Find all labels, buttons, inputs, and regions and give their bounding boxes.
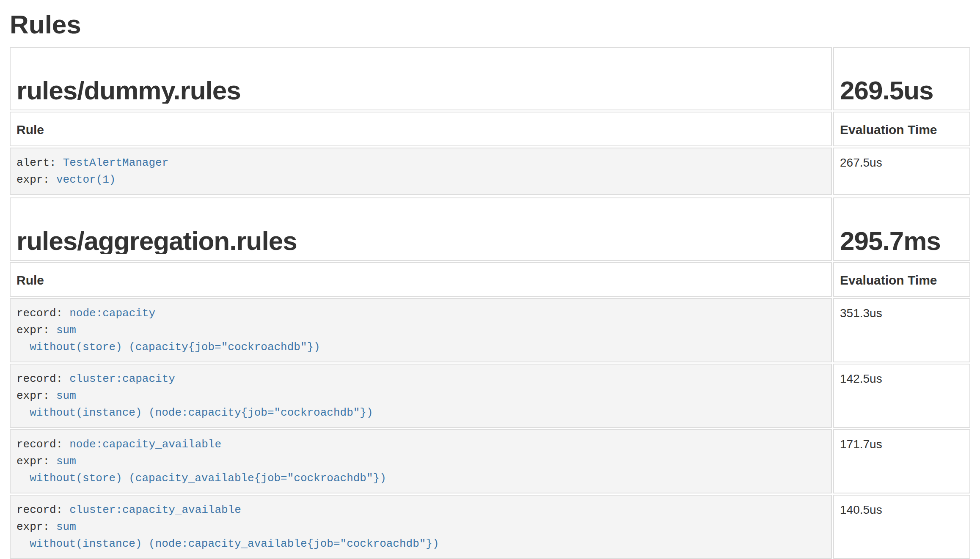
rule-keyword: record: — [17, 307, 63, 320]
rule-value-link[interactable]: without(store) (capacity{job="cockroachd… — [17, 341, 320, 353]
rule-definition-cell: record:cluster:capacity expr:sum without… — [10, 364, 832, 428]
rule-group-table-dummy: rules/dummy.rules 269.5us Rule Evaluatio… — [8, 46, 972, 196]
rule-value-link[interactable]: sum — [56, 324, 76, 337]
rule-evaluation-time: 267.5us — [833, 148, 970, 195]
rule-column-header: Rule — [10, 262, 832, 297]
evaluation-time-column-header: Evaluation Time — [833, 112, 970, 146]
rule-keyword: expr: — [17, 455, 50, 468]
rule-keyword: record: — [17, 438, 63, 451]
rule-value-link[interactable]: node:capacity_available — [69, 438, 221, 451]
rule-code-line: without(instance) (node:capacity_availab… — [17, 535, 825, 552]
rule-evaluation-time: 140.5us — [833, 495, 970, 559]
group-header-row: rules/aggregation.rules 295.7ms — [10, 197, 970, 261]
rule-definition-cell: record:node:capacity_available expr:sum … — [10, 429, 832, 493]
rule-code-line: alert:TestAlertManager — [17, 154, 825, 171]
rule-value-link[interactable]: cluster:capacity — [69, 373, 175, 385]
rule-group-name: rules/dummy.rules — [17, 77, 825, 104]
rule-value-link[interactable]: TestAlertManager — [63, 156, 169, 169]
column-header-row: Rule Evaluation Time — [10, 262, 970, 297]
rule-code-line: record:cluster:capacity_available — [17, 501, 825, 518]
rule-value-link[interactable]: without(instance) (node:capacity_availab… — [17, 537, 439, 550]
rule-code-line: expr:vector(1) — [17, 171, 825, 188]
rule-column-header: Rule — [10, 112, 832, 146]
rule-group-name: rules/aggregation.rules — [17, 228, 825, 254]
rule-keyword: expr: — [17, 521, 50, 533]
rule-definition-cell: record:node:capacity expr:sum without(st… — [10, 298, 832, 362]
rule-value-link[interactable]: vector(1) — [56, 173, 116, 186]
rule-group-table-aggregation: rules/aggregation.rules 295.7ms Rule Eva… — [8, 196, 972, 559]
rule-row: record:node:capacity_available expr:sum … — [10, 429, 970, 493]
rule-keyword: record: — [17, 504, 63, 516]
rule-value-link[interactable]: without(instance) (node:capacity{job="co… — [17, 406, 373, 419]
rule-code-line: record:cluster:capacity — [17, 370, 825, 387]
rule-code-line: expr:sum — [17, 387, 825, 404]
rule-code-line: record:node:capacity — [17, 305, 825, 322]
rule-row: record:node:capacity expr:sum without(st… — [10, 298, 970, 362]
rule-code-line: without(instance) (node:capacity{job="co… — [17, 404, 825, 421]
rule-value-link[interactable]: sum — [56, 389, 76, 402]
rule-group-evaluation-time: 295.7ms — [840, 228, 963, 254]
rule-keyword: expr: — [17, 324, 50, 337]
column-header-row: Rule Evaluation Time — [10, 112, 970, 146]
group-header-row: rules/dummy.rules 269.5us — [10, 47, 970, 110]
rule-keyword: alert: — [17, 156, 56, 169]
rule-code-line: expr:sum — [17, 518, 825, 535]
evaluation-time-column-header: Evaluation Time — [833, 262, 970, 297]
rule-code-line: expr:sum — [17, 322, 825, 339]
rule-row: record:cluster:capacity expr:sum without… — [10, 364, 970, 428]
rule-code-line: without(store) (capacity{job="cockroachd… — [17, 339, 825, 356]
rule-code-line: expr:sum — [17, 453, 825, 470]
rule-definition-cell: alert:TestAlertManager expr:vector(1) — [10, 148, 832, 195]
rule-value-link[interactable]: cluster:capacity_available — [69, 504, 241, 516]
rule-value-link[interactable]: node:capacity — [69, 307, 155, 320]
rule-value-link[interactable]: sum — [56, 455, 76, 468]
rule-keyword: expr: — [17, 173, 50, 186]
rule-group-evaluation-time: 269.5us — [840, 77, 963, 104]
rule-evaluation-time: 171.7us — [833, 429, 970, 493]
rule-value-link[interactable]: without(store) (capacity_available{job="… — [17, 472, 386, 485]
rule-row: record:cluster:capacity_available expr:s… — [10, 495, 970, 559]
rule-evaluation-time: 142.5us — [833, 364, 970, 428]
rule-evaluation-time: 351.3us — [833, 298, 970, 362]
rule-keyword: record: — [17, 373, 63, 385]
page-title: Rules — [10, 10, 980, 39]
rule-code-line: record:node:capacity_available — [17, 436, 825, 453]
rule-code-line: without(store) (capacity_available{job="… — [17, 470, 825, 487]
rule-keyword: expr: — [17, 389, 50, 402]
rule-value-link[interactable]: sum — [56, 521, 76, 533]
rule-row: alert:TestAlertManager expr:vector(1) 26… — [10, 148, 970, 195]
rule-definition-cell: record:cluster:capacity_available expr:s… — [10, 495, 832, 559]
